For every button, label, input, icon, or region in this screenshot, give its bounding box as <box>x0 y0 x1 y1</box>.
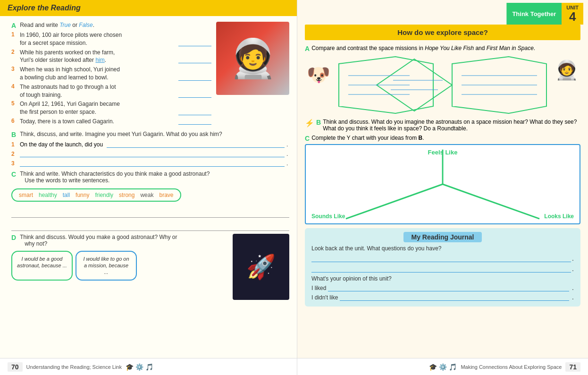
think-together-badge: Think Together <box>506 3 562 25</box>
section-a-instruction: Read and write True or False. <box>20 22 94 28</box>
page-num-right: 71 <box>565 362 580 372</box>
venn-diagram: 🐶 🧑‍🚀 <box>305 54 580 116</box>
q3-line[interactable] <box>178 80 211 81</box>
b-input-3[interactable] <box>20 159 285 167</box>
section-b: B Think, discuss, and write. Imagine you… <box>11 131 289 167</box>
icon-6: 🎵 <box>449 363 457 371</box>
b-input-1[interactable] <box>107 140 285 148</box>
right-content: How do we explore space? A Compare and c… <box>297 25 588 310</box>
left-page: Explore the Reading A Read and write Tru… <box>0 0 297 358</box>
right-c-ref: B <box>418 135 422 141</box>
b-line3-num: 3 <box>11 160 18 167</box>
b-line2-num: 2 <box>11 151 18 157</box>
q6-text: Today, there is a town called Gagarin. <box>20 118 175 126</box>
right-c-text: Complete the Y chart with your ideas fro… <box>311 135 424 141</box>
q4-num: 4 <box>11 83 18 90</box>
section-a-letter: A <box>11 22 16 29</box>
q4-line[interactable] <box>178 97 211 98</box>
icon-3: 🎵 <box>145 363 153 371</box>
y-chart-svg <box>306 145 580 223</box>
section-c-instruction: Think and write. Which characteristics d… <box>20 170 210 184</box>
right-header: Think Together UNIT 4 <box>297 0 588 25</box>
looks-like-label: Looks Like <box>544 213 574 220</box>
q6-num: 6 <box>11 118 18 124</box>
liked-line: I liked . <box>311 284 574 291</box>
right-a-letter: A <box>305 45 310 52</box>
c-write-line-1[interactable] <box>11 207 289 218</box>
right-a-content: A Compare and contrast the space mission… <box>305 45 580 52</box>
question-4: 4 The astronauts had to go through a lot… <box>11 83 211 99</box>
icon-4: 🎓 <box>429 363 437 371</box>
word-strong: strong <box>119 192 134 198</box>
right-b-letter: B <box>316 119 321 126</box>
question-5: 5 On April 12, 1961, Yuri Gagarin became… <box>11 100 211 116</box>
q5-text: On April 12, 1961, Yuri Gagarin becameth… <box>20 100 175 116</box>
footer-left-icons: 🎓 ⚙️ 🎵 <box>126 363 153 371</box>
right-section-b: ⚡ B Think and discuss. What do you imagi… <box>305 119 580 132</box>
icon-1: 🎓 <box>126 363 134 371</box>
section-b-label: B Think, discuss, and write. Imagine you… <box>11 131 289 138</box>
right-b-content: ⚡ B Think and discuss. What do you imagi… <box>305 119 580 132</box>
section-d: D Think and discuss. Would you make a go… <box>11 234 289 300</box>
footer-left: 70 Understanding the Reading; Science Li… <box>0 358 297 375</box>
bubble-1-text: I would be a good astronaut, because ... <box>17 256 67 268</box>
icon-2: ⚙️ <box>135 363 143 371</box>
true-text: True <box>59 22 71 28</box>
question-2: 2 While his parents worked on the farm,Y… <box>11 49 211 65</box>
question-6: 6 Today, there is a town called Gagarin. <box>11 118 211 126</box>
bubble-2: I would like to go on a mission, because… <box>76 251 137 281</box>
q3-text: When he was in high school, Yuri joineda… <box>20 66 175 82</box>
journal-line-2: . <box>311 264 574 273</box>
section-d-letter: D <box>11 234 16 241</box>
word-funny: funny <box>76 192 89 198</box>
q5-line[interactable] <box>178 115 211 115</box>
right-c-label: C Complete the Y chart with your ideas f… <box>305 135 580 142</box>
q1-text: In 1960, 100 air force pilots were chose… <box>20 31 175 47</box>
q1-line[interactable] <box>178 46 211 46</box>
right-section-a: A Compare and contrast the space mission… <box>305 45 580 116</box>
left-header: Explore the Reading <box>0 0 297 16</box>
b-line-1: 1 On the day of the launch, did you . <box>11 140 289 148</box>
b-line-3: 3 . <box>11 159 289 167</box>
footer-right-icons: 🎓 ⚙️ 🎵 <box>429 363 457 371</box>
q2-text: While his parents worked on the farm,Yur… <box>20 49 175 65</box>
journal-q2: What's your opinion of this unit? <box>311 275 574 282</box>
title1: Hope You Like Fish <box>425 45 474 51</box>
unit-badge: UNIT 4 <box>562 3 583 25</box>
q6-line[interactable] <box>178 124 211 125</box>
q2-line[interactable] <box>178 63 211 63</box>
right-c-letter: C <box>305 135 310 142</box>
word-box: smart healthy tall funny friendly strong… <box>11 188 181 202</box>
right-section-c: C Complete the Y chart with your ideas f… <box>305 135 580 224</box>
svg-line-13 <box>443 184 539 219</box>
word-healthy: healthy <box>39 192 57 198</box>
liked-input[interactable] <box>328 284 569 291</box>
section-a-label: A Read and write True or False. <box>11 22 211 29</box>
didnt-input[interactable] <box>340 293 569 301</box>
page-num-left: 70 <box>8 362 23 372</box>
y-chart: Feels Like Sounds Like Looks Like <box>305 144 580 224</box>
icon-5: ⚙️ <box>439 363 447 371</box>
footer-right: 🎓 ⚙️ 🎵 Making Connections About Explorin… <box>297 358 588 375</box>
journal-input-2[interactable] <box>311 264 571 273</box>
section-b-letter: B <box>11 131 16 138</box>
journal-input-1[interactable] <box>311 254 571 262</box>
q3-num: 3 <box>11 66 18 72</box>
q2-num: 2 <box>11 49 18 55</box>
c-write-line-2[interactable] <box>11 221 289 231</box>
question-banner: How do we explore space? <box>305 25 580 40</box>
section-c-label: C Think and write. Which characteristics… <box>11 170 289 184</box>
word-tall: tall <box>63 192 70 198</box>
b-input-2[interactable] <box>20 150 285 157</box>
b-line-2: 2 . <box>11 150 289 157</box>
bubble-2-text: I would like to go on a mission, because… <box>83 256 129 275</box>
journal-q1: Look back at the unit. What questions do… <box>311 245 574 252</box>
writing-lines-c <box>11 207 289 231</box>
alien-character: 🐶 <box>307 64 330 86</box>
footer: 70 Understanding the Reading; Science Li… <box>0 358 588 375</box>
astronaut-character-right: 🧑‍🚀 <box>555 59 579 81</box>
didnt-line: I didn't like . <box>311 293 574 301</box>
feels-like-label: Feels Like <box>428 149 458 156</box>
venn-svg <box>305 54 580 116</box>
section-c-letter: C <box>11 170 16 178</box>
